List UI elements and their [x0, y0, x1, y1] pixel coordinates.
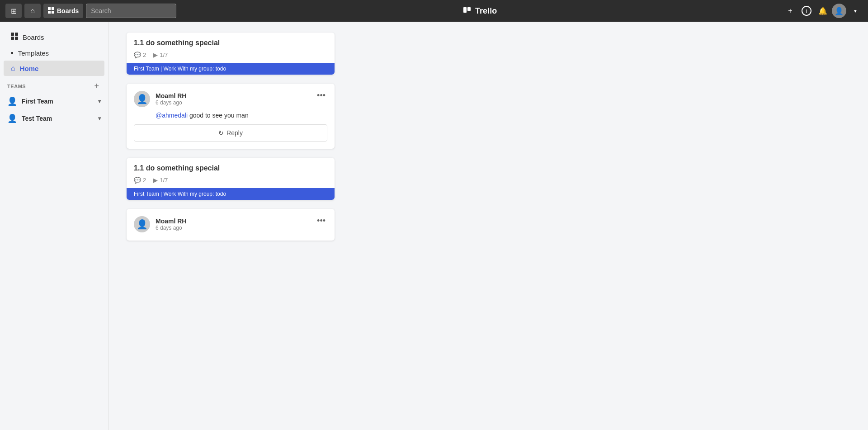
- comment-2-more-button[interactable]: •••: [315, 216, 327, 226]
- comment-1-text: @ahmedali good to see you man: [134, 112, 327, 119]
- search-input[interactable]: [86, 4, 176, 18]
- avatar[interactable]: 👤: [832, 4, 846, 18]
- home-sidebar-icon: ⌂: [11, 64, 15, 72]
- main-content: 1.1 do something special 💬 2 ▶ 1/7 First…: [108, 22, 868, 430]
- sidebar-home-label: Home: [20, 65, 39, 72]
- sidebar-templates-label: Templates: [18, 49, 49, 57]
- sidebar-item-first-team[interactable]: 👤 First Team ▾: [0, 93, 108, 110]
- comment-2-time: 6 days ago: [156, 225, 186, 231]
- comment-2-header: 👤 Moaml RH 6 days ago •••: [134, 216, 327, 232]
- first-team-chevron-icon: ▾: [98, 98, 101, 104]
- first-team-left: 👤 First Team: [7, 96, 53, 106]
- comment-2-user: 👤 Moaml RH 6 days ago: [134, 216, 186, 232]
- comment-icon: 💬: [134, 52, 141, 58]
- svg-rect-5: [467, 7, 471, 11]
- svg-rect-8: [11, 37, 14, 40]
- svg-rect-0: [48, 7, 51, 10]
- reply-icon: ↻: [218, 129, 224, 137]
- more-icon: •••: [317, 91, 326, 100]
- comment-card-2: 👤 Moaml RH 6 days ago •••: [127, 209, 335, 241]
- bell-icon: 🔔: [818, 7, 827, 15]
- comment-1-avatar: 👤: [134, 91, 150, 107]
- card-2[interactable]: 1.1 do something special 💬 2 ▶ 1/7 First…: [127, 158, 335, 200]
- boards-button-label: Boards: [57, 7, 79, 14]
- comment-1-meta: Moaml RH 6 days ago: [156, 92, 186, 106]
- comment-2-avatar: 👤: [134, 216, 150, 232]
- add-team-button[interactable]: +: [92, 81, 101, 91]
- svg-rect-7: [15, 33, 18, 36]
- teams-section-header: Teams +: [0, 76, 108, 93]
- checklist-icon: ▶: [153, 52, 158, 58]
- more-2-icon: •••: [317, 216, 326, 225]
- sidebar-item-test-team[interactable]: 👤 Test Team ▾: [0, 110, 108, 127]
- comment-1-time: 6 days ago: [156, 99, 186, 106]
- apps-button[interactable]: ⊞: [5, 4, 22, 18]
- home-icon: ⌂: [30, 7, 35, 15]
- card-2-meta: 💬 2 ▶ 1/7: [134, 177, 327, 184]
- card-1-footer: First Team | Work With my group: todo: [127, 63, 335, 75]
- test-team-icon: 👤: [7, 113, 17, 123]
- test-team-label: Test Team: [22, 115, 52, 122]
- info-icon: i: [802, 6, 811, 16]
- card-1-body: 1.1 do something special 💬 2 ▶ 1/7: [127, 33, 335, 63]
- comment-1-username: Moaml RH: [156, 92, 186, 99]
- card-1-comments-count: 2: [143, 52, 146, 58]
- card-2-checklist-val: 1/7: [160, 177, 168, 184]
- reply-button[interactable]: ↻ Reply: [134, 124, 327, 142]
- profile-chevron-button[interactable]: ▼: [848, 4, 863, 18]
- card-2-checklist: ▶ 1/7: [153, 177, 168, 184]
- card-1-title: 1.1 do something special: [134, 39, 327, 47]
- home-button[interactable]: ⌂: [24, 4, 41, 18]
- notifications-button[interactable]: 🔔: [816, 4, 830, 18]
- teams-label: Teams: [7, 84, 26, 89]
- test-team-left: 👤 Test Team: [7, 113, 52, 123]
- add-button[interactable]: +: [783, 4, 797, 18]
- comment-1-header: 👤 Moaml RH 6 days ago •••: [134, 91, 327, 107]
- card-1-meta: 💬 2 ▶ 1/7: [134, 52, 327, 58]
- card-2-comments: 💬 2: [134, 177, 146, 184]
- avatar-person-icon: 👤: [137, 94, 148, 104]
- checklist-2-icon: ▶: [153, 177, 158, 184]
- svg-rect-1: [52, 7, 54, 10]
- card-2-comments-count: 2: [143, 177, 146, 184]
- test-team-chevron-icon: ▾: [98, 115, 101, 122]
- first-team-icon: 👤: [7, 96, 17, 106]
- card-2-body: 1.1 do something special 💬 2 ▶ 1/7: [127, 158, 335, 188]
- card-1-checklist: ▶ 1/7: [153, 52, 168, 58]
- apps-icon: ⊞: [11, 7, 17, 15]
- card-2-footer: First Team | Work With my group: todo: [127, 188, 335, 200]
- svg-rect-3: [52, 11, 54, 14]
- topbar-center: Trello: [180, 6, 779, 16]
- sidebar-item-home[interactable]: ⌂ Home: [4, 61, 104, 76]
- chevron-down-icon: ▼: [853, 9, 858, 14]
- boards-grid-icon: [48, 7, 54, 15]
- comment-1-user: 👤 Moaml RH 6 days ago: [134, 91, 186, 107]
- svg-rect-2: [48, 11, 51, 14]
- comment-mention: @ahmedali: [156, 112, 188, 119]
- comment-more-button[interactable]: •••: [315, 91, 327, 100]
- app-title: Trello: [475, 6, 497, 16]
- templates-icon: ▪: [11, 49, 14, 57]
- svg-rect-6: [11, 33, 14, 36]
- card-2-title: 1.1 do something special: [134, 164, 327, 172]
- avatar-icon: 👤: [835, 7, 844, 15]
- reply-label: Reply: [226, 129, 243, 137]
- svg-rect-9: [15, 37, 18, 40]
- card-1[interactable]: 1.1 do something special 💬 2 ▶ 1/7 First…: [127, 33, 335, 75]
- sidebar-item-boards[interactable]: Boards: [4, 29, 104, 45]
- comment-text-rest: good to see you man: [188, 112, 249, 119]
- add-icon: +: [788, 7, 792, 15]
- comment-2-username: Moaml RH: [156, 217, 186, 225]
- card-1-checklist-val: 1/7: [160, 52, 168, 58]
- boards-button[interactable]: Boards: [43, 4, 83, 18]
- comment-2-meta: Moaml RH 6 days ago: [156, 217, 186, 231]
- comment-2-icon: 💬: [134, 177, 141, 184]
- topbar: ⊞ ⌂ Boards Trello + i 🔔 👤: [0, 0, 868, 22]
- card-1-comments: 💬 2: [134, 52, 146, 58]
- sidebar: Boards ▪ Templates ⌂ Home Teams + 👤 Firs…: [0, 22, 108, 430]
- sidebar-item-templates[interactable]: ▪ Templates: [4, 45, 104, 61]
- info-button[interactable]: i: [799, 4, 814, 18]
- svg-rect-4: [463, 7, 467, 13]
- first-team-label: First Team: [22, 98, 53, 105]
- layout: Boards ▪ Templates ⌂ Home Teams + 👤 Firs…: [0, 22, 868, 430]
